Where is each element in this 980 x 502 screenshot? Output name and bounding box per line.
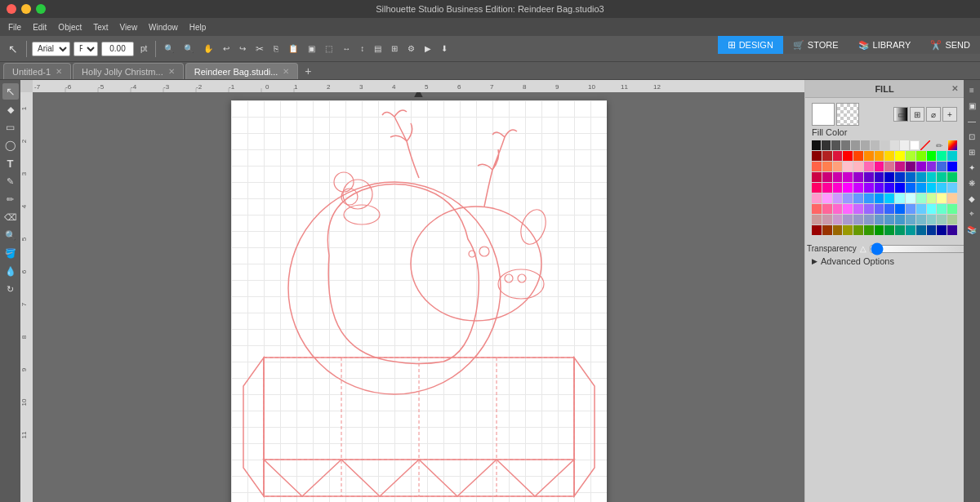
color-swatch[interactable] bbox=[853, 183, 863, 193]
eyedropper-palette-btn[interactable]: ✏ bbox=[931, 140, 947, 150]
pointedit-icon[interactable]: ◆ bbox=[965, 192, 978, 205]
fill-panel-icon[interactable]: ▣ bbox=[965, 99, 978, 112]
color-swatch[interactable] bbox=[843, 204, 853, 214]
fill-panel-close[interactable]: ✕ bbox=[949, 83, 960, 95]
menu-file[interactable]: File bbox=[3, 21, 26, 33]
color-swatch[interactable] bbox=[947, 172, 957, 182]
font-select[interactable]: Arial bbox=[32, 42, 70, 56]
menu-help[interactable]: Help bbox=[185, 21, 212, 33]
fullscreen-button[interactable] bbox=[36, 4, 46, 14]
color-swatch[interactable] bbox=[927, 215, 937, 224]
color-swatch[interactable] bbox=[884, 215, 894, 224]
color-swatch[interactable] bbox=[916, 215, 926, 224]
menu-object[interactable]: Object bbox=[53, 21, 87, 33]
color-swatch[interactable] bbox=[864, 183, 874, 193]
color-swatch[interactable] bbox=[843, 183, 853, 193]
color-swatch[interactable] bbox=[851, 140, 860, 150]
color-swatch[interactable] bbox=[937, 151, 947, 161]
settings-icon[interactable]: ⚙ bbox=[404, 42, 418, 55]
cut-icon[interactable]: ✂ bbox=[252, 42, 267, 56]
eyedropper-color-tool[interactable]: ⌀ bbox=[926, 107, 941, 122]
redo-icon[interactable]: ↪ bbox=[236, 42, 249, 55]
color-swatch[interactable] bbox=[906, 172, 915, 182]
color-swatch[interactable] bbox=[853, 172, 863, 182]
color-swatch[interactable] bbox=[875, 172, 884, 182]
color-swatch[interactable] bbox=[822, 193, 832, 203]
color-swatch[interactable] bbox=[831, 140, 840, 150]
color-swatch[interactable] bbox=[884, 162, 894, 171]
style-select[interactable]: Regular bbox=[74, 42, 98, 56]
color-swatch[interactable] bbox=[884, 193, 894, 203]
color-swatch[interactable] bbox=[937, 204, 947, 214]
color-swatch[interactable] bbox=[833, 162, 843, 171]
advanced-options[interactable]: ▶ Advanced Options bbox=[805, 253, 964, 269]
color-swatch[interactable] bbox=[853, 225, 863, 235]
color-swatch[interactable] bbox=[833, 151, 843, 161]
replicate-icon[interactable]: ❋ bbox=[965, 176, 978, 189]
color-swatch[interactable] bbox=[927, 193, 937, 203]
color-swatch[interactable] bbox=[864, 204, 874, 214]
color-swatch[interactable] bbox=[871, 140, 880, 150]
ellipse-tool[interactable]: ◯ bbox=[2, 137, 19, 153]
color-swatch[interactable] bbox=[875, 204, 884, 214]
color-swatch[interactable] bbox=[822, 215, 832, 224]
color-swatch[interactable] bbox=[937, 183, 947, 193]
color-swatch[interactable] bbox=[843, 151, 853, 161]
foreground-swatch[interactable] bbox=[812, 103, 835, 126]
color-swatch[interactable] bbox=[853, 151, 863, 161]
arrange-icon[interactable]: ▤ bbox=[371, 42, 385, 55]
color-swatch[interactable] bbox=[916, 183, 926, 193]
tab-untitled-close[interactable]: ✕ bbox=[56, 68, 62, 76]
effects-icon[interactable]: ✦ bbox=[965, 161, 978, 174]
paste-icon[interactable]: 📋 bbox=[285, 42, 301, 55]
color-swatch[interactable] bbox=[833, 172, 843, 182]
color-swatch[interactable] bbox=[937, 172, 947, 182]
nav-send-button[interactable]: ✂️ SEND bbox=[920, 36, 980, 54]
color-swatch[interactable] bbox=[812, 183, 822, 193]
align-icon[interactable]: ⊞ bbox=[965, 145, 978, 158]
tab-holly-jolly[interactable]: Holly Jolly Christm... ✕ bbox=[73, 63, 184, 79]
color-swatch[interactable] bbox=[812, 172, 822, 182]
menu-text[interactable]: Text bbox=[88, 21, 113, 33]
color-swatch[interactable] bbox=[853, 193, 863, 203]
color-swatch[interactable] bbox=[916, 172, 926, 182]
color-swatch[interactable] bbox=[927, 162, 937, 171]
color-swatch[interactable] bbox=[875, 151, 884, 161]
color-swatch[interactable] bbox=[884, 183, 894, 193]
color-swatch[interactable] bbox=[833, 204, 843, 214]
color-swatch[interactable] bbox=[947, 151, 957, 161]
group-icon[interactable]: ▣ bbox=[305, 42, 318, 55]
flip-h-icon[interactable]: ↔ bbox=[339, 42, 354, 55]
color-swatch[interactable] bbox=[864, 215, 874, 224]
color-swatch[interactable] bbox=[812, 193, 822, 203]
color-swatch[interactable] bbox=[895, 215, 905, 224]
color-swatch[interactable] bbox=[822, 140, 831, 150]
color-swatch[interactable] bbox=[822, 204, 832, 214]
color-swatch[interactable] bbox=[947, 215, 957, 224]
transform-tool[interactable]: ↻ bbox=[2, 281, 19, 297]
color-swatch[interactable] bbox=[875, 162, 884, 171]
color-swatch[interactable] bbox=[812, 204, 822, 214]
color-swatch[interactable] bbox=[864, 193, 874, 203]
color-swatch[interactable] bbox=[916, 225, 926, 235]
pattern-tool[interactable]: ⊞ bbox=[910, 107, 924, 122]
color-swatch[interactable] bbox=[822, 225, 832, 235]
color-swatch[interactable] bbox=[947, 183, 957, 193]
color-swatch[interactable] bbox=[822, 183, 832, 193]
copy-icon[interactable]: ⎘ bbox=[270, 42, 282, 55]
color-swatch[interactable] bbox=[906, 215, 915, 224]
color-swatch[interactable] bbox=[906, 151, 915, 161]
stroke-icon[interactable]: — bbox=[965, 114, 978, 127]
zoom-out-icon[interactable]: 🔍 bbox=[180, 42, 197, 55]
transparency-slider[interactable] bbox=[870, 245, 977, 253]
color-swatch[interactable] bbox=[927, 183, 937, 193]
color-swatch[interactable] bbox=[947, 162, 957, 171]
color-swatch[interactable] bbox=[910, 140, 919, 150]
color-swatch[interactable] bbox=[822, 172, 832, 182]
color-swatch[interactable] bbox=[948, 140, 957, 150]
menu-view[interactable]: View bbox=[115, 21, 143, 33]
rectangle-tool[interactable]: ▭ bbox=[2, 119, 19, 135]
color-swatch[interactable] bbox=[895, 225, 905, 235]
color-swatch[interactable] bbox=[895, 204, 905, 214]
ungroup-icon[interactable]: ⬚ bbox=[322, 42, 336, 55]
